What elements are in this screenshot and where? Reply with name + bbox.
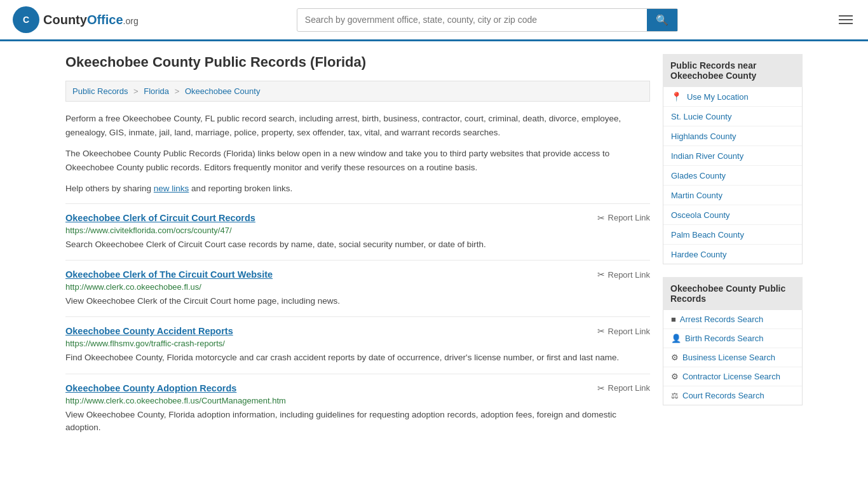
report-icon-0: ✂ <box>597 213 605 223</box>
record-header-0: Okeechobee Clerk of Circuit Court Record… <box>65 213 650 223</box>
nearby-item-7[interactable]: Palm Beach County <box>663 225 802 245</box>
content-area: Okeechobee County Public Records (Florid… <box>65 54 650 443</box>
nearby-item-3[interactable]: Indian River County <box>663 146 802 166</box>
report-icon-3: ✂ <box>597 383 605 393</box>
search-input[interactable] <box>297 10 647 30</box>
report-icon-1: ✂ <box>597 269 605 280</box>
records-section: Okeechobee County Public Records ■ Arres… <box>663 277 803 405</box>
birth-icon: 👤 <box>671 334 681 343</box>
desc3-suffix: and reporting broken links. <box>189 184 292 193</box>
svg-text:C: C <box>23 15 29 25</box>
search-button[interactable]: 🔍 <box>647 9 677 31</box>
breadcrumb: Public Records > Florida > Okeechobee Co… <box>65 81 650 102</box>
page-header: C CountyOffice.org 🔍 <box>0 0 868 41</box>
business-icon: ⚙ <box>671 353 679 362</box>
sidebar-record-4[interactable]: ⚖ Court Records Search <box>663 386 802 405</box>
sidebar-record-2[interactable]: ⚙ Business License Search <box>663 348 802 367</box>
sidebar-record-1[interactable]: 👤 Birth Records Search <box>663 329 802 348</box>
nearby-link-1[interactable]: St. Lucie County <box>671 112 731 121</box>
record-url-3: http://www.clerk.co.okeechobee.fl.us/Cou… <box>65 396 650 405</box>
nearby-list: 📍 Use My Location St. Lucie County Highl… <box>663 87 803 264</box>
records-list: ■ Arrest Records Search 👤 Birth Records … <box>663 310 803 405</box>
nearby-item-2[interactable]: Highlands County <box>663 126 802 146</box>
nearby-link-4[interactable]: Glades County <box>671 171 726 180</box>
business-license-link[interactable]: Business License Search <box>682 353 775 362</box>
nearby-link-3[interactable]: Indian River County <box>671 151 743 161</box>
records-heading: Okeechobee County Public Records <box>663 277 803 310</box>
nearby-item-4[interactable]: Glades County <box>663 166 802 186</box>
desc3-prefix: Help others by sharing <box>65 184 154 193</box>
court-records-link[interactable]: Court Records Search <box>682 391 764 400</box>
nearby-link-2[interactable]: Highlands County <box>671 132 736 141</box>
sidebar: Public Records near Okeechobee County 📍 … <box>663 54 803 443</box>
contractor-license-link[interactable]: Contractor License Search <box>682 372 780 381</box>
report-link-0[interactable]: ✂ Report Link <box>597 213 650 223</box>
description-1: Perform a free Okeechobee County, FL pub… <box>65 112 650 139</box>
record-url-0: https://www.civitekflorida.com/ocrs/coun… <box>65 226 650 235</box>
breadcrumb-florida[interactable]: Florida <box>144 86 169 96</box>
sidebar-record-3[interactable]: ⚙ Contractor License Search <box>663 367 802 386</box>
search-icon: 🔍 <box>656 15 668 25</box>
nearby-link-7[interactable]: Palm Beach County <box>671 230 744 240</box>
nearby-item-1[interactable]: St. Lucie County <box>663 107 802 126</box>
nearby-item-8[interactable]: Hardee County <box>663 245 802 264</box>
report-link-2[interactable]: ✂ Report Link <box>597 326 650 336</box>
report-label-3: Report Link <box>608 383 650 393</box>
report-label-0: Report Link <box>608 213 650 222</box>
breadcrumb-public-records[interactable]: Public Records <box>72 86 128 96</box>
nearby-section: Public Records near Okeechobee County 📍 … <box>663 54 803 264</box>
location-pin-icon: 📍 <box>671 92 682 102</box>
sidebar-record-0[interactable]: ■ Arrest Records Search <box>663 310 802 329</box>
birth-records-link[interactable]: Birth Records Search <box>685 334 764 343</box>
record-title-2[interactable]: Okeechobee County Accident Reports <box>65 326 233 336</box>
record-title-0[interactable]: Okeechobee Clerk of Circuit Court Record… <box>65 213 255 223</box>
breadcrumb-sep2: > <box>175 86 182 96</box>
record-header-1: Okeechobee Clerk of The Circuit Court We… <box>65 269 650 280</box>
menu-button[interactable] <box>836 13 855 27</box>
description-2: The Okeechobee County Public Records (Fl… <box>65 147 650 174</box>
record-desc-1: View Okeechobee Clerk of the Circuit Cou… <box>65 295 650 308</box>
report-icon-2: ✂ <box>597 326 605 336</box>
menu-icon-line3 <box>839 23 853 24</box>
nearby-heading: Public Records near Okeechobee County <box>663 54 803 87</box>
report-link-3[interactable]: ✂ Report Link <box>597 383 650 393</box>
menu-icon-line2 <box>839 19 853 20</box>
arrest-icon: ■ <box>671 315 676 324</box>
nearby-item-5[interactable]: Martin County <box>663 186 802 205</box>
record-header-3: Okeechobee County Adoption Records ✂ Rep… <box>65 383 650 393</box>
main-container: Okeechobee County Public Records (Florid… <box>53 41 815 456</box>
logo-icon: C <box>13 6 39 33</box>
record-title-3[interactable]: Okeechobee County Adoption Records <box>65 383 236 393</box>
record-url-1: http://www.clerk.co.okeechobee.fl.us/ <box>65 282 650 292</box>
new-links-link[interactable]: new links <box>154 184 189 193</box>
nearby-link-5[interactable]: Martin County <box>671 191 722 200</box>
arrest-records-link[interactable]: Arrest Records Search <box>680 315 764 324</box>
use-my-location-link[interactable]: Use My Location <box>687 92 749 102</box>
court-icon: ⚖ <box>671 391 679 400</box>
logo-area: C CountyOffice.org <box>13 6 139 33</box>
nearby-link-8[interactable]: Hardee County <box>671 250 726 259</box>
page-title: Okeechobee County Public Records (Florid… <box>65 54 650 71</box>
record-item-3: Okeechobee County Adoption Records ✂ Rep… <box>65 374 650 444</box>
contractor-icon: ⚙ <box>671 372 679 381</box>
logo-text: CountyOffice.org <box>43 13 139 27</box>
record-title-1[interactable]: Okeechobee Clerk of The Circuit Court We… <box>65 269 273 280</box>
record-desc-0: Search Okeechobee Clerk of Circuit Court… <box>65 238 650 251</box>
record-desc-3: View Okeechobee County, Florida adoption… <box>65 409 650 435</box>
record-url-2: https://www.flhsmv.gov/traffic-crash-rep… <box>65 339 650 348</box>
report-label-2: Report Link <box>608 327 650 336</box>
report-link-1[interactable]: ✂ Report Link <box>597 269 650 280</box>
record-item-0: Okeechobee Clerk of Circuit Court Record… <box>65 203 650 260</box>
search-bar: 🔍 <box>297 8 678 32</box>
record-item-1: Okeechobee Clerk of The Circuit Court We… <box>65 260 650 316</box>
breadcrumb-sep1: > <box>133 86 140 96</box>
nearby-item-6[interactable]: Osceola County <box>663 205 802 225</box>
nearby-link-6[interactable]: Osceola County <box>671 210 730 220</box>
menu-icon-line1 <box>839 15 853 17</box>
breadcrumb-county[interactable]: Okeechobee County <box>185 86 261 96</box>
record-desc-2: Find Okeechobee County, Florida motorcyc… <box>65 351 650 364</box>
record-header-2: Okeechobee County Accident Reports ✂ Rep… <box>65 326 650 336</box>
nearby-item-location[interactable]: 📍 Use My Location <box>663 87 802 107</box>
record-item-2: Okeechobee County Accident Reports ✂ Rep… <box>65 316 650 373</box>
description-3: Help others by sharing new links and rep… <box>65 182 650 196</box>
